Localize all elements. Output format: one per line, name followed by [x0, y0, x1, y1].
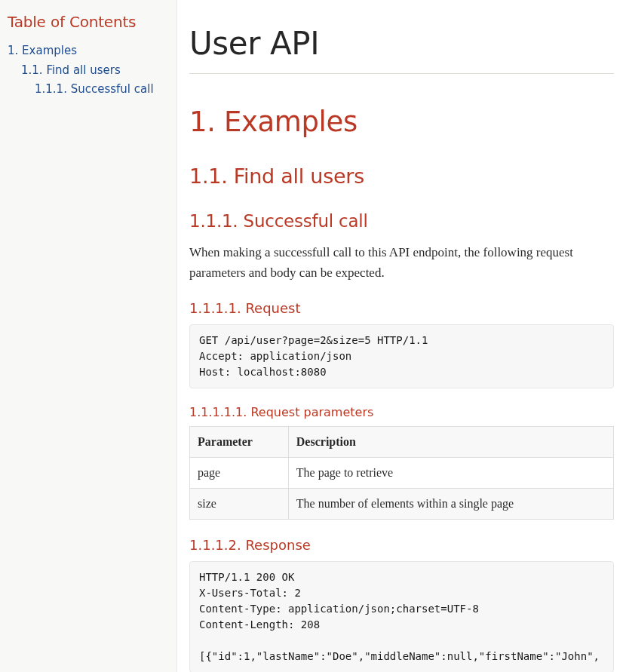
- toc-link-find-all-users[interactable]: 1.1. Find all users: [21, 63, 121, 77]
- page-title: User API: [189, 20, 614, 74]
- table-header-description: Description: [288, 426, 613, 457]
- cell-param-desc: The page to retrieve: [288, 457, 613, 488]
- cell-param-name: page: [190, 457, 289, 488]
- heading-examples: 1. Examples: [189, 101, 626, 143]
- toc-link-successful-call[interactable]: 1.1.1. Successful call: [35, 82, 154, 96]
- toc-item-successful-call: 1.1.1. Successful call: [35, 79, 169, 99]
- paragraph-successful-call: When making a successfull call to this A…: [189, 242, 626, 283]
- toc-item-find-all-users: 1.1. Find all users: [21, 60, 169, 80]
- toc-list: 1. Examples 1.1. Find all users 1.1.1. S…: [8, 41, 169, 99]
- table-header-row: Parameter Description: [190, 426, 614, 457]
- cell-param-name: size: [190, 488, 289, 519]
- table-of-contents: Table of Contents 1. Examples 1.1. Find …: [0, 0, 177, 672]
- heading-request-parameters: 1.1.1.1.1. Request parameters: [189, 404, 626, 422]
- heading-successful-call: 1.1.1. Successful call: [189, 208, 626, 235]
- toc-item-examples: 1. Examples: [8, 41, 169, 60]
- toc-link-examples[interactable]: 1. Examples: [8, 44, 77, 57]
- toc-title: Table of Contents: [8, 11, 169, 33]
- table-row: size The number of elements within a sin…: [190, 488, 614, 519]
- heading-find-all-users: 1.1. Find all users: [189, 161, 626, 192]
- code-response: HTTP/1.1 200 OK X-Users-Total: 2 Content…: [189, 561, 614, 672]
- table-header-parameter: Parameter: [190, 426, 289, 457]
- heading-response: 1.1.1.2. Response: [189, 535, 626, 555]
- table-row: page The page to retrieve: [190, 457, 614, 488]
- cell-param-desc: The number of elements within a single p…: [288, 488, 613, 519]
- table-request-parameters: Parameter Description page The page to r…: [189, 426, 614, 520]
- heading-request: 1.1.1.1. Request: [189, 298, 626, 318]
- code-request: GET /api/user?page=2&size=5 HTTP/1.1 Acc…: [189, 324, 614, 388]
- main-content: User API 1. Examples 1.1. Find all users…: [177, 0, 626, 672]
